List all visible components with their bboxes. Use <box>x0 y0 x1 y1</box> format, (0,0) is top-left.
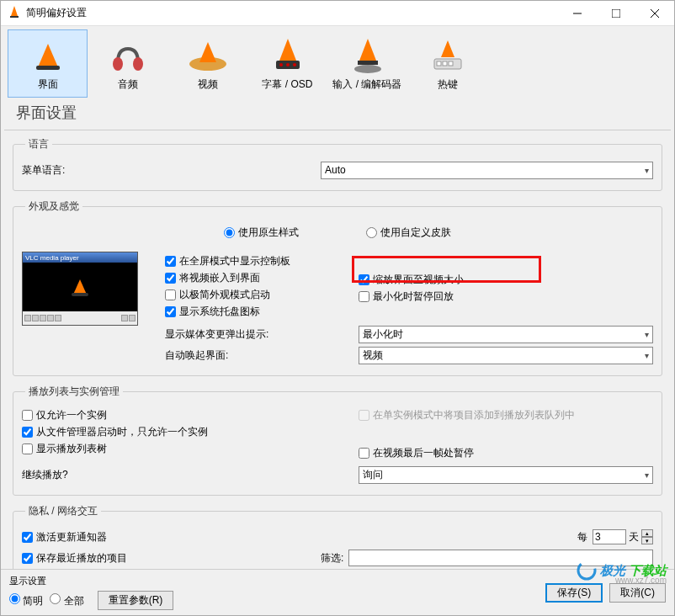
cb-pause-on-minimize[interactable]: 最小化时暂停回放 <box>359 289 653 304</box>
group-privacy-network: 隐私 / 网络交互 激活更新通知器 每 天▴▾ 保存最近播放的项目 筛选: 允许… <box>13 504 662 569</box>
cb-playlist-tree[interactable]: 显示播放列表树 <box>22 442 359 456</box>
section-title: 界面设置 <box>4 98 671 130</box>
svg-marker-10 <box>279 39 296 61</box>
radio-all[interactable]: 全部 <box>50 593 83 608</box>
tab-audio[interactable]: 音频 <box>88 29 167 98</box>
legend-language: 语言 <box>25 137 52 151</box>
svg-rect-16 <box>358 61 378 65</box>
label-every: 每 <box>577 530 587 544</box>
preview-thumbnail: VLC media player <box>22 252 138 326</box>
cb-enqueue-single: 在单实例模式中将项目添加到播放列表队列中 <box>359 408 653 422</box>
cb-single-from-fm[interactable]: 从文件管理器启动时，只允许一个实例 <box>22 425 359 439</box>
cb-systray-icon[interactable]: 显示系统托盘图标 <box>165 305 359 319</box>
window-title: 简明偏好设置 <box>26 6 558 20</box>
label-auto-raise: 自动唤起界面: <box>165 348 359 363</box>
tab-video[interactable]: 视频 <box>167 29 247 98</box>
legend-privacy: 隐私 / 网络交互 <box>25 504 101 518</box>
select-media-change-popup[interactable]: 最小化时 <box>359 326 653 343</box>
svg-marker-0 <box>11 6 18 16</box>
legend-look-feel: 外观及感觉 <box>25 199 82 214</box>
svg-point-17 <box>354 65 381 73</box>
cb-pause-last-frame[interactable]: 在视频最后一帧处暂停 <box>359 446 653 460</box>
category-toolbar: 界面 音频 视频 字幕 / OSD 输入 / 编解码器 热键 <box>1 26 674 98</box>
maximize-button[interactable] <box>597 1 635 26</box>
svg-point-13 <box>286 63 290 66</box>
spin-update-days[interactable]: 天▴▾ <box>593 529 653 544</box>
label-continue-playback: 继续播放? <box>22 468 359 482</box>
cancel-button[interactable]: 取消(C) <box>609 583 666 603</box>
tab-subtitles[interactable]: 字幕 / OSD <box>247 29 327 98</box>
select-menu-language[interactable]: Auto <box>321 162 653 179</box>
cb-resize-to-video[interactable]: 缩放界面至视频大小 <box>359 273 653 287</box>
cb-fullscreen-controller[interactable]: 在全屏模式中显示控制板 <box>165 254 359 268</box>
svg-marker-9 <box>199 42 216 62</box>
cb-minimal-mode[interactable]: 以极简外观模式启动 <box>165 288 359 302</box>
cb-save-recent[interactable]: 保存最近播放的项目 <box>22 551 127 566</box>
settings-scroll[interactable]: 语言 菜单语言: Auto 外观及感觉 使用原生样式 使用自定义皮肤 VLC m… <box>1 130 674 569</box>
reset-button[interactable]: 重置参数(R) <box>98 591 174 610</box>
svg-rect-21 <box>443 61 447 66</box>
label-show-settings: 显示设置 <box>9 575 173 587</box>
preferences-window: 简明偏好设置 界面 音频 视频 字幕 / OSD 输入 / 编解码器 热键 界面… <box>0 0 675 616</box>
radio-custom-skin[interactable]: 使用自定义皮肤 <box>366 226 451 240</box>
cb-embed-video[interactable]: 将视频嵌入到界面 <box>165 271 359 285</box>
label-menu-language: 菜单语言: <box>22 163 321 178</box>
cb-single-instance[interactable]: 仅允许一个实例 <box>22 408 359 422</box>
save-button[interactable]: 保存(S) <box>545 583 603 603</box>
group-playlist-instance: 播放列表与实例管理 仅允许一个实例 从文件管理器启动时，只允许一个实例 显示播放… <box>13 385 662 496</box>
svg-rect-20 <box>437 61 441 66</box>
app-icon <box>8 5 26 21</box>
svg-point-12 <box>279 63 283 66</box>
tab-input-codecs[interactable]: 输入 / 编解码器 <box>327 29 407 98</box>
radio-simple[interactable]: 简明 <box>9 593 43 608</box>
svg-rect-3 <box>612 9 620 18</box>
tab-interface[interactable]: 界面 <box>8 29 88 98</box>
group-language: 语言 菜单语言: Auto <box>13 137 662 191</box>
minimize-button[interactable] <box>558 1 597 26</box>
tab-hotkeys[interactable]: 热键 <box>407 29 487 98</box>
cb-update-notifier[interactable]: 激活更新通知器 <box>22 530 107 544</box>
label-filter: 筛选: <box>321 551 343 566</box>
group-look-feel: 外观及感觉 使用原生样式 使用自定义皮肤 VLC media player 在全… <box>13 199 662 376</box>
titlebar: 简明偏好设置 <box>1 1 674 26</box>
label-media-change-popup: 显示媒体变更弹出提示: <box>165 327 359 342</box>
svg-point-7 <box>133 57 143 71</box>
svg-point-6 <box>113 57 123 71</box>
select-auto-raise[interactable]: 视频 <box>359 347 653 364</box>
close-button[interactable] <box>635 1 674 26</box>
bottom-bar: 显示设置 简明 全部 重置参数(R) 保存(S) 取消(C) <box>1 569 674 615</box>
legend-playlist: 播放列表与实例管理 <box>25 385 123 399</box>
svg-rect-1 <box>10 16 19 18</box>
svg-point-14 <box>293 63 296 66</box>
svg-rect-22 <box>449 61 453 66</box>
radio-native-style[interactable]: 使用原生样式 <box>224 226 299 240</box>
svg-marker-15 <box>359 39 376 61</box>
select-continue-playback[interactable]: 询问 <box>359 466 653 484</box>
input-filter[interactable] <box>348 550 653 566</box>
svg-marker-18 <box>441 40 454 57</box>
